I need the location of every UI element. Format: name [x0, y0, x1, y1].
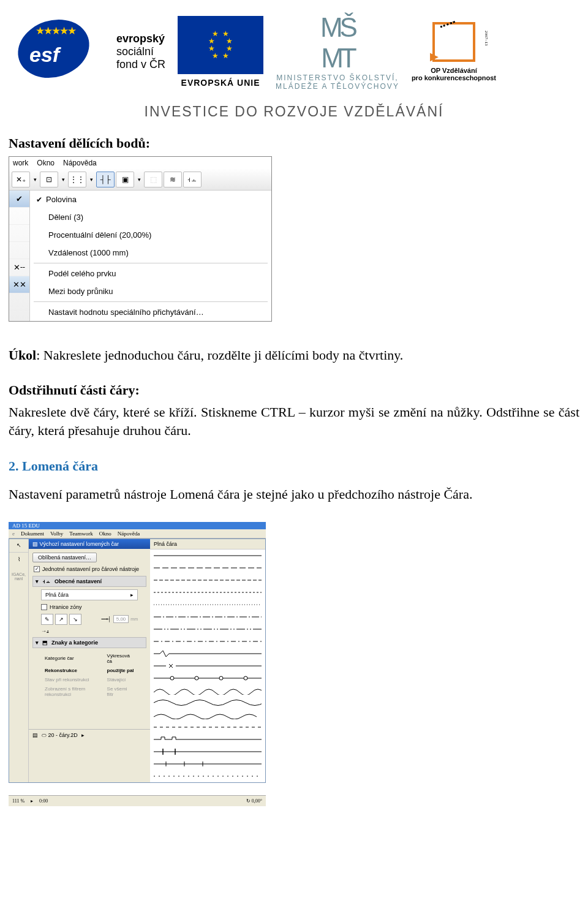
funding-banner: ★★★★★ esf evropský sociální fond v ČR ★ … [0, 0, 588, 97]
opvk-logo: ▶ 2007–13 OP Vzdělávání pro konkurencesc… [412, 22, 496, 81]
eu-flag: ★ ★★ ★★ ★★ ★ EVROPSKÁ UNIE [178, 16, 263, 88]
linetype-option[interactable] [150, 684, 265, 697]
linetype-option[interactable] [150, 611, 265, 623]
menu-item-deleni[interactable]: Dělení (3) [30, 208, 271, 226]
section-general[interactable]: ▾⫞⫠Obecné nastavení [32, 576, 146, 587]
linetype-option[interactable] [150, 635, 265, 648]
zone-checkbox[interactable]: Hranice zóny [41, 604, 145, 610]
linetype-option[interactable] [150, 574, 265, 586]
snap-mode-item[interactable] [9, 208, 29, 225]
linetype-field[interactable]: Plná čára▸ [41, 589, 138, 600]
tool-icon[interactable]: ⊡ [40, 172, 58, 187]
pen-weight-row: ✎ ↗ ↘ ⟶┤ 5,00 mm [41, 614, 138, 625]
linetype-option[interactable] [150, 550, 265, 562]
tool-polyline-icon[interactable]: ⌇ [9, 553, 28, 566]
menubar-item[interactable]: Okno [37, 159, 55, 167]
linetype-option[interactable] [150, 660, 265, 672]
tool-icon[interactable]: ┤├ [96, 172, 115, 187]
polyline-intro: Nastavení parametrů nástroje Lomená čára… [9, 485, 579, 504]
msmt-logo: MŠMT MINISTERSTVO ŠKOLSTVÍ, MLÁDEŽE A TĚ… [276, 12, 399, 91]
linetype-option[interactable] [150, 733, 265, 746]
svg-point-11 [219, 676, 223, 680]
esf-text: evropský sociální fond v ČR [116, 32, 165, 70]
snap-mode-column: ✔ ✕╌ ✕✕ [9, 191, 30, 321]
status-bar: 111 % ▸ 0:00 ↻ 0,00° [9, 795, 266, 806]
tool-icon[interactable]: ▣ [116, 172, 134, 187]
label-text: IGACe, nanl [9, 572, 28, 581]
snap-mode-check[interactable]: ✔ [9, 191, 29, 208]
linetype-option[interactable] [150, 758, 265, 770]
linetype-palette: Plná čára [150, 539, 265, 782]
menubar-item[interactable]: Nápověda [63, 159, 97, 167]
weight-input[interactable]: 5,00 [113, 615, 129, 623]
linetype-option[interactable] [150, 623, 265, 635]
linetype-option[interactable] [150, 672, 265, 684]
menubar-item[interactable]: Volby [50, 531, 63, 537]
menubar-item[interactable]: Nápověda [118, 531, 140, 537]
favorites-button[interactable]: Oblíbená nastavení… [32, 553, 97, 562]
esf-logo: ★★★★★ esf [18, 20, 104, 84]
snap-mode-along-icon[interactable]: ✕╌ [9, 259, 29, 276]
linetype-option[interactable] [150, 697, 265, 709]
toolbar: ✕₊▾ ⊡▾ ⋮⋮▾ ┤├ ▣▾ ⬚ ≋ ⫞⫠ [9, 169, 271, 191]
linetype-option[interactable] [150, 721, 265, 733]
polyline-settings-screenshot: AD 15 EDU e Dokument Volby Teamwork Okno… [9, 522, 579, 806]
pen-icon[interactable]: ✎ [41, 614, 53, 625]
linetype-option[interactable] [150, 648, 265, 660]
tool-arrow-icon[interactable]: ↖ [9, 539, 28, 553]
menu-item-set-snap[interactable]: Nastavit hodnotu speciálního přichytáván… [30, 303, 271, 321]
categories-table: Kategorie čarVýkresová čá Rekonstrukcepo… [41, 651, 138, 700]
menubar-item[interactable]: Okno [99, 531, 111, 537]
tool-icon[interactable]: ⫞⫠ [183, 172, 202, 187]
menu-item-between[interactable]: Mezi body průniku [30, 282, 271, 300]
menu-item-distance[interactable]: Vzdálenost (1000 mm) [30, 244, 271, 262]
tool-icon[interactable]: ≋ [164, 172, 182, 187]
toolbox: ↖ ⌇ IGACe, nanl [9, 539, 29, 782]
dialog-titlebar: ▨ Výchozí nastavení lomených čar [29, 539, 150, 549]
svg-point-9 [170, 676, 174, 680]
linetype-option[interactable] [150, 586, 265, 599]
svg-point-10 [195, 676, 198, 680]
status-time: 0:00 [39, 798, 48, 804]
app-menubar: work Okno Nápověda [9, 157, 271, 169]
snap-mode-item[interactable] [9, 225, 29, 242]
tool-icon[interactable]: ✕₊ [12, 172, 30, 187]
snap-mode-between-icon[interactable]: ✕✕ [9, 276, 29, 293]
tool-icon[interactable]: ⋮⋮ [68, 172, 86, 187]
app-title-label: AD 15 EDU [9, 522, 266, 529]
trim-paragraph: Nakreslete dvě čáry, které se kříží. Sti… [9, 403, 579, 439]
layer-selector[interactable]: ▤ ⬭ 20 - čáry.2D ▸ [29, 729, 150, 741]
snap-menu-screenshot: work Okno Nápověda ✕₊▾ ⊡▾ ⋮⋮▾ ┤├ ▣▾ ⬚ ≋ … [9, 156, 272, 322]
menu-item-along[interactable]: Podél celého prvku [30, 265, 271, 282]
tool-icon[interactable]: ⬚ [144, 172, 162, 187]
menubar-item[interactable]: e [12, 531, 15, 537]
menubar-item[interactable]: Teamwork [69, 531, 92, 537]
section-categories[interactable]: ▾⬒Znaky a kategorie [32, 637, 146, 648]
arrow-icon[interactable]: ↘ [69, 614, 81, 625]
palette-title: Plná čára [150, 539, 265, 550]
uniform-checkbox[interactable]: ✓ Jednotné nastavení pro čárové nástroje [34, 566, 145, 572]
menubar-item[interactable]: work [13, 159, 28, 167]
heading-trim: Odstřihnutí části čáry: [9, 382, 579, 398]
menu-item-percent[interactable]: Procentuální dělení (20,00%) [30, 226, 271, 244]
app-menubar-2: e Dokument Volby Teamwork Okno Nápověda [9, 529, 266, 538]
snap-mode-item[interactable] [9, 242, 29, 259]
svg-point-12 [244, 676, 247, 680]
linetype-option[interactable] [150, 599, 265, 611]
linetype-option[interactable] [150, 709, 265, 721]
task-paragraph: Úkol: Nakreslete jednoduchou čáru, rozdě… [9, 346, 579, 365]
menu-item-polovina[interactable]: Polovina [30, 191, 271, 208]
linetype-option[interactable] [150, 746, 265, 758]
heading-snap-settings: Nastavení dělících bodů: [9, 135, 579, 151]
banner-tagline: INVESTICE DO ROZVOJE VZDĚLÁVÁNÍ [0, 104, 588, 120]
menubar-item[interactable]: Dokument [21, 531, 44, 537]
linetype-option[interactable] [150, 770, 265, 782]
arrow-icon[interactable]: ↗ [55, 614, 67, 625]
linetype-option[interactable] [150, 562, 265, 574]
snap-mode-item[interactable] [9, 293, 29, 311]
zoom-level[interactable]: 111 % [12, 798, 24, 804]
section-polyline: 2. Lomená čára [9, 458, 579, 474]
